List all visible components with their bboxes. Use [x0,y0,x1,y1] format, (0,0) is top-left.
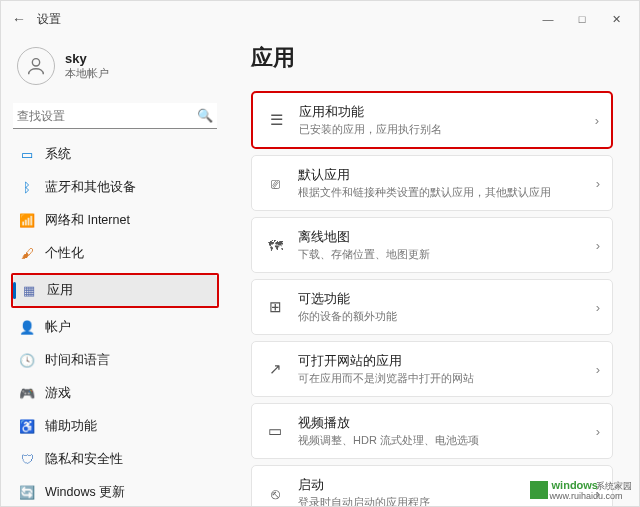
chevron-right-icon: › [595,113,599,128]
sidebar-item-privacy[interactable]: 🛡 隐私和安全性 [11,444,219,475]
sidebar-item-label: 帐户 [45,319,71,336]
search-icon: 🔍 [197,108,213,123]
display-icon: ▭ [19,147,35,163]
card-title: 应用和功能 [299,103,583,121]
card-offline-maps[interactable]: 🗺 离线地图 下载、存储位置、地图更新 › [251,217,613,273]
sidebar-item-label: 蓝牙和其他设备 [45,179,136,196]
close-button[interactable]: ✕ [599,5,633,33]
profile-name: sky [65,51,109,66]
open-external-icon: ↗ [264,358,286,380]
card-title: 可选功能 [298,290,584,308]
brush-icon: 🖌 [19,246,35,262]
grid-plus-icon: ⊞ [264,296,286,318]
sidebar-item-label: Windows 更新 [45,484,125,501]
card-title: 可打开网站的应用 [298,352,584,370]
content: sky 本地帐户 🔍 ▭ 系统 ᛒ 蓝牙和其他设备 📶 网 [1,37,639,506]
sidebar-item-accounts[interactable]: 👤 帐户 [11,312,219,343]
card-title: 默认应用 [298,166,584,184]
sidebar-item-personalization[interactable]: 🖌 个性化 [11,238,219,269]
sidebar-item-label: 系统 [45,146,71,163]
card-sub: 视频调整、HDR 流式处理、电池选项 [298,433,584,448]
sidebar-item-label: 个性化 [45,245,84,262]
update-icon: 🔄 [19,485,35,501]
person-icon [25,55,47,77]
sidebar-item-label: 时间和语言 [45,352,110,369]
sidebar-item-bluetooth[interactable]: ᛒ 蓝牙和其他设备 [11,172,219,203]
chevron-right-icon: › [596,300,600,315]
card-title: 离线地图 [298,228,584,246]
chevron-right-icon: › [596,424,600,439]
card-sub: 根据文件和链接种类设置的默认应用，其他默认应用 [298,185,584,200]
sidebar-item-accessibility[interactable]: ♿ 辅助功能 [11,411,219,442]
search-input[interactable] [17,109,197,123]
card-title: 视频播放 [298,414,584,432]
avatar [17,47,55,85]
sidebar-item-system[interactable]: ▭ 系统 [11,139,219,170]
nav: ▭ 系统 ᛒ 蓝牙和其他设备 📶 网络和 Internet 🖌 个性化 [11,139,219,506]
sidebar-item-apps[interactable]: ▦ 应用 [13,275,217,306]
cards: ☰ 应用和功能 已安装的应用，应用执行别名 › ⎚ 默认应用 根据文件和链接种类… [251,91,613,506]
startup-icon: ⎋ [264,482,286,504]
card-default-apps[interactable]: ⎚ 默认应用 根据文件和链接种类设置的默认应用，其他默认应用 › [251,155,613,211]
card-video-playback[interactable]: ▭ 视频播放 视频调整、HDR 流式处理、电池选项 › [251,403,613,459]
chevron-right-icon: › [596,362,600,377]
profile-sub: 本地帐户 [65,66,109,81]
titlebar: ← 设置 — □ ✕ [1,1,639,37]
sidebar-item-label: 游戏 [45,385,71,402]
accessibility-icon: ♿ [19,419,35,435]
game-icon: 🎮 [19,386,35,402]
minimize-button[interactable]: — [531,5,565,33]
card-sub: 你的设备的额外功能 [298,309,584,324]
default-apps-icon: ⎚ [264,172,286,194]
sidebar-item-label: 网络和 Internet [45,212,130,229]
apps-icon: ▦ [21,283,37,299]
list-icon: ☰ [265,109,287,131]
svg-point-0 [32,59,39,66]
main: 应用 ☰ 应用和功能 已安装的应用，应用执行别名 › ⎚ 默认应用 根据文件和链… [229,37,639,506]
settings-window: ← 设置 — □ ✕ sky 本地帐户 🔍 ▭ [0,0,640,507]
clock-icon: 🕓 [19,353,35,369]
card-sub: 下载、存储位置、地图更新 [298,247,584,262]
card-sub: 已安装的应用，应用执行别名 [299,122,583,137]
watermark-text-a: windows [552,479,598,491]
map-icon: 🗺 [264,234,286,256]
highlight-box-sidebar: ▦ 应用 [11,273,219,308]
watermark-logo-icon [530,481,548,499]
sidebar-item-time[interactable]: 🕓 时间和语言 [11,345,219,376]
back-button[interactable]: ← [7,11,31,27]
sidebar-item-label: 应用 [47,282,73,299]
page-title: 应用 [251,43,613,73]
search-box[interactable]: 🔍 [13,103,217,129]
bluetooth-icon: ᛒ [19,180,35,196]
watermark-url: www.ruihaidu.com [550,491,632,501]
shield-icon: 🛡 [19,452,35,468]
video-icon: ▭ [264,420,286,442]
profile[interactable]: sky 本地帐户 [11,43,219,99]
person-icon: 👤 [19,320,35,336]
sidebar: sky 本地帐户 🔍 ▭ 系统 ᛒ 蓝牙和其他设备 📶 网 [1,37,229,506]
chevron-right-icon: › [596,176,600,191]
sidebar-item-label: 辅助功能 [45,418,97,435]
card-optional-features[interactable]: ⊞ 可选功能 你的设备的额外功能 › [251,279,613,335]
maximize-button[interactable]: □ [565,5,599,33]
watermark-text-b: 系统家园 [596,481,632,491]
sidebar-item-network[interactable]: 📶 网络和 Internet [11,205,219,236]
window-title: 设置 [37,11,61,28]
sidebar-item-update[interactable]: 🔄 Windows 更新 [11,477,219,506]
card-sub: 可在应用而不是浏览器中打开的网站 [298,371,584,386]
wifi-icon: 📶 [19,213,35,229]
card-apps-features[interactable]: ☰ 应用和功能 已安装的应用，应用执行别名 › [251,91,613,149]
sidebar-item-label: 隐私和安全性 [45,451,123,468]
chevron-right-icon: › [596,238,600,253]
card-apps-for-websites[interactable]: ↗ 可打开网站的应用 可在应用而不是浏览器中打开的网站 › [251,341,613,397]
sidebar-item-gaming[interactable]: 🎮 游戏 [11,378,219,409]
watermark: windows系统家园 www.ruihaidu.com [530,479,632,501]
